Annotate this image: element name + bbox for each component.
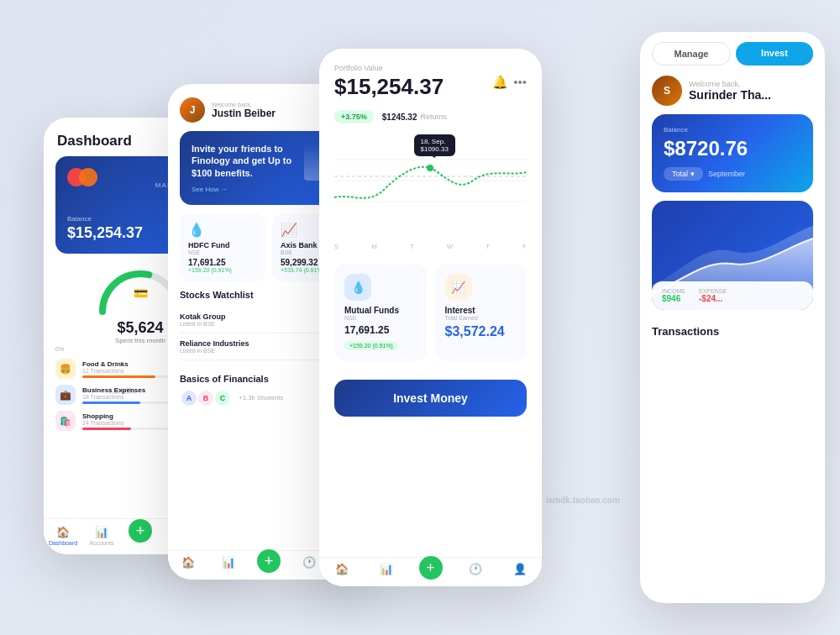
interest-value: $3,572.24 <box>445 324 517 339</box>
nav-add[interactable]: + <box>408 563 453 580</box>
mi-name: Mutual Funds <box>344 306 417 315</box>
mi-sub: NSE <box>344 315 417 321</box>
interest-card[interactable]: 📈 Interest Total Earned $3,572.24 <box>435 264 528 361</box>
svg-point-4 <box>427 165 433 171</box>
watermark: iamdk.taobao.com <box>546 496 620 505</box>
bottom-nav: 🏠 📊 + 🕐 👤 <box>319 557 542 586</box>
user-info: Welcome back, Justin Beiber <box>212 102 276 119</box>
balance-label: Balance <box>664 126 801 134</box>
category-icon: 🛍️ <box>55 411 76 431</box>
nav-accounts[interactable]: 📊 Accounts <box>82 526 121 546</box>
balance-card: Balance $8720.76 Total ▾ September <box>652 114 813 192</box>
chart-x-labels: S M T W T F <box>319 239 542 254</box>
nav-user[interactable]: 👤 <box>497 563 542 580</box>
nav-dashboard[interactable]: 🏠 Dashboard <box>44 526 82 546</box>
avatar: S <box>652 76 682 106</box>
chevron-down-icon: ▾ <box>690 170 695 178</box>
credit-card-icon: 💳 <box>134 286 148 300</box>
user-name: Justin Beiber <box>212 108 276 119</box>
fund-price: 17,691.25 <box>188 258 257 267</box>
nav-add[interactable]: + <box>121 526 160 546</box>
total-dropdown[interactable]: Total ▾ <box>664 167 703 181</box>
avatar: C <box>213 389 232 407</box>
fund-change: +159.20 (0.91%) <box>188 267 257 273</box>
transactions-section: Transactions <box>640 318 825 351</box>
balance-amount: $8720.76 <box>664 137 801 160</box>
welcome-text: Welcome back, <box>689 80 771 88</box>
nav-add[interactable]: + <box>249 556 289 573</box>
transactions-title: Transactions <box>652 325 813 338</box>
income-expense-row: INCOME $946 EXPENSE -$24... <box>652 281 813 310</box>
mi-value: 17,691.25 <box>344 324 417 336</box>
income-item: INCOME $946 <box>662 288 685 303</box>
user-name: Surinder Tha... <box>689 88 771 102</box>
month-label: September <box>708 170 745 178</box>
mi-name: Interest <box>445 306 517 315</box>
nav-clock[interactable]: 🕐 <box>453 563 497 580</box>
nav-home[interactable]: 🏠 <box>319 563 364 580</box>
category-icon: 🍔 <box>55 359 76 379</box>
fund-grid: 💧 Mutual Funds NSE 17,691.25 +159.20 (0.… <box>319 254 542 371</box>
user-row: J Welcome back, Justin Beiber <box>180 97 276 123</box>
promo-title: Invite your friends to Finology and get … <box>192 143 304 179</box>
portfolio-card: Portfolio Value $15,254.37 🔔 ••• +3.75% … <box>319 49 542 586</box>
tab-bar: Manage Invest <box>640 32 825 72</box>
nav-home[interactable]: 🏠 <box>168 556 208 573</box>
mi-sub: Total Earned <box>445 315 517 321</box>
mutual-icon: 💧 <box>344 274 371 301</box>
returns-amount: $1245.32 <box>382 113 417 122</box>
chart-area: 18, Sep. $1090.33 <box>319 130 542 239</box>
category-icon: 💼 <box>55 385 76 405</box>
avatar: J <box>180 97 205 123</box>
returns-label: Returns <box>421 113 448 121</box>
promo-text: Invite your friends to Finology and get … <box>192 143 304 193</box>
nav-chart[interactable]: 📊 <box>364 563 408 580</box>
balance-controls: Total ▾ September <box>664 167 801 181</box>
promo-link[interactable]: See How → <box>192 186 304 193</box>
invest-money-button[interactable]: Invest Money <box>334 380 527 417</box>
mi-change: +159.20 (0.91%) <box>344 342 398 349</box>
fund-icon: 💧 <box>188 222 257 238</box>
change-badge: +3.75% <box>334 110 374 123</box>
watermark: iamdk. <box>109 386 136 396</box>
avatar: A <box>180 389 198 407</box>
portfolio-label: Portfolio Value <box>334 64 444 72</box>
fund-card-hdfc[interactable]: 💧 HDFC Fund NSE 17,691.25 +159.20 (0.91%… <box>180 213 265 281</box>
welcome-text: Welcome back, <box>212 102 276 108</box>
user-section: S Welcome back, Surinder Tha... <box>640 72 825 114</box>
dashboard-title: Dashboard <box>57 133 132 150</box>
area-chart: INCOME $946 EXPENSE -$24... <box>652 201 813 310</box>
category-info: Food & Drinks 12 Transactions <box>82 360 179 378</box>
fund-exchange: NSE <box>188 249 257 255</box>
bell-icon[interactable]: 🔔 <box>492 75 508 90</box>
nav-chart[interactable]: 📊 <box>208 556 249 573</box>
tab-invest[interactable]: Invest <box>736 42 813 66</box>
interest-icon: 📈 <box>445 274 472 301</box>
student-count: +1.3k Students <box>239 394 284 401</box>
card3-header: Portfolio Value $15,254.37 🔔 ••• <box>319 49 542 107</box>
avatar: B <box>197 389 215 407</box>
expense-item: EXPENSE -$24... <box>699 288 727 303</box>
portfolio-value: $15,254.37 <box>334 74 444 100</box>
fund-name: HDFC Fund <box>188 241 257 249</box>
mutual-funds-card[interactable]: 💧 Mutual Funds NSE 17,691.25 +159.20 (0.… <box>334 264 427 361</box>
more-icon[interactable]: ••• <box>513 75 527 89</box>
returns-row: +3.75% $1245.32 Returns <box>334 110 542 123</box>
invest-card: Manage Invest S Welcome back, Surinder T… <box>640 32 825 603</box>
mastercard-logo <box>67 168 97 186</box>
student-avatars: A B C +1.3k Students <box>180 389 284 407</box>
tab-manage[interactable]: Manage <box>652 42 731 66</box>
chart-tooltip: 18, Sep. $1090.33 <box>414 134 455 156</box>
